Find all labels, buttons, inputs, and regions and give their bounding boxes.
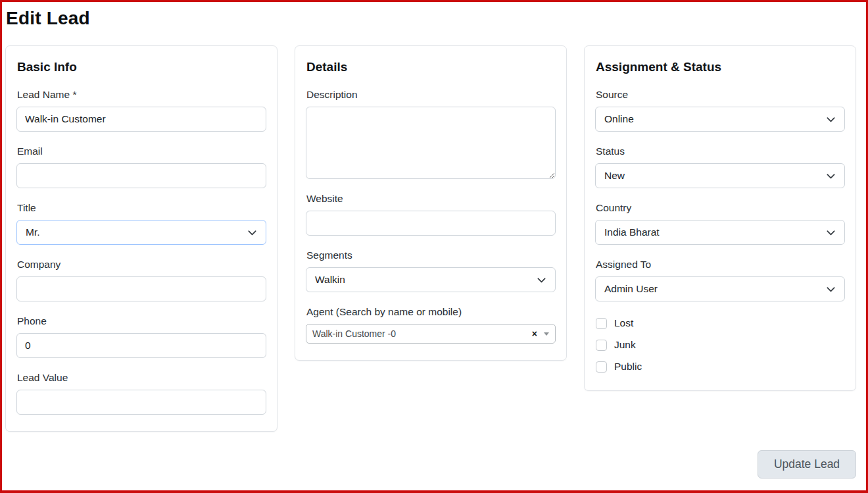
agent-selected-value: Walk-in Customer -0 bbox=[312, 328, 532, 339]
lead-name-field-group: Lead Name * bbox=[16, 89, 266, 132]
details-heading: Details bbox=[306, 60, 556, 74]
assigned-to-select[interactable]: Admin User bbox=[595, 276, 845, 301]
lead-name-label: Lead Name * bbox=[17, 89, 266, 101]
clear-icon[interactable]: × bbox=[532, 329, 537, 338]
page-title: Edit Lead bbox=[6, 8, 866, 29]
details-card: Details Description Website Segments Wal… bbox=[295, 45, 567, 361]
assignment-status-card: Assignment & Status Source Online Status… bbox=[584, 45, 856, 391]
source-select-value: Online bbox=[604, 113, 634, 125]
source-field-group: Source Online bbox=[595, 89, 845, 132]
email-label: Email bbox=[17, 145, 266, 157]
title-label: Title bbox=[17, 202, 266, 214]
status-field-group: Status New bbox=[595, 145, 845, 188]
segments-select[interactable]: Walkin bbox=[306, 267, 556, 292]
description-label: Description bbox=[306, 89, 556, 101]
form-cards-row: Basic Info Lead Name * Email Title Mr. C… bbox=[5, 45, 866, 432]
email-field-group: Email bbox=[16, 145, 266, 188]
country-field-group: Country India Bharat bbox=[595, 202, 845, 245]
lead-name-input[interactable] bbox=[16, 107, 266, 132]
website-label: Website bbox=[306, 193, 556, 205]
description-textarea[interactable] bbox=[306, 107, 556, 179]
country-label: Country bbox=[596, 202, 845, 214]
lost-checkbox-label: Lost bbox=[614, 317, 633, 329]
agent-search-select[interactable]: Walk-in Customer -0 × bbox=[306, 324, 556, 344]
country-select[interactable]: India Bharat bbox=[595, 220, 845, 245]
phone-field-group: Phone bbox=[16, 315, 266, 358]
assignment-status-heading: Assignment & Status bbox=[596, 60, 845, 74]
title-field-group: Title Mr. bbox=[16, 202, 266, 245]
country-select-value: India Bharat bbox=[604, 226, 660, 238]
dropdown-arrow-icon[interactable] bbox=[544, 332, 549, 336]
chevron-down-icon bbox=[826, 228, 836, 238]
phone-input[interactable] bbox=[16, 333, 266, 358]
company-field-group: Company bbox=[16, 259, 266, 301]
lost-checkbox-row: Lost bbox=[596, 317, 845, 329]
footer-bar: Update Lead bbox=[2, 450, 856, 479]
lead-value-label: Lead Value bbox=[17, 372, 266, 384]
agent-field-group: Agent (Search by name or mobile) Walk-in… bbox=[306, 306, 556, 344]
lead-value-field-group: Lead Value bbox=[16, 372, 266, 415]
lead-value-input[interactable] bbox=[16, 390, 266, 415]
segments-field-group: Segments Walkin bbox=[306, 249, 556, 292]
junk-checkbox[interactable] bbox=[596, 340, 607, 351]
company-input[interactable] bbox=[16, 276, 266, 301]
basic-info-card: Basic Info Lead Name * Email Title Mr. C… bbox=[5, 45, 277, 432]
segments-label: Segments bbox=[306, 249, 556, 261]
chevron-down-icon bbox=[247, 228, 257, 238]
public-checkbox-row: Public bbox=[596, 361, 845, 373]
email-input[interactable] bbox=[16, 163, 266, 188]
junk-checkbox-row: Junk bbox=[596, 339, 845, 351]
chevron-down-icon bbox=[826, 171, 836, 181]
junk-checkbox-label: Junk bbox=[614, 339, 636, 351]
chevron-down-icon bbox=[537, 275, 546, 285]
description-field-group: Description bbox=[306, 89, 556, 179]
website-field-group: Website bbox=[306, 193, 556, 236]
public-checkbox[interactable] bbox=[596, 361, 607, 373]
segments-select-value: Walkin bbox=[315, 274, 345, 286]
basic-info-heading: Basic Info bbox=[17, 60, 266, 74]
agent-label: Agent (Search by name or mobile) bbox=[306, 306, 556, 318]
status-select[interactable]: New bbox=[595, 163, 845, 188]
website-input[interactable] bbox=[306, 211, 556, 236]
chevron-down-icon bbox=[826, 115, 836, 124]
status-label: Status bbox=[596, 145, 845, 157]
assigned-to-field-group: Assigned To Admin User bbox=[595, 259, 845, 301]
company-label: Company bbox=[17, 259, 266, 271]
chevron-down-icon bbox=[826, 284, 836, 294]
status-select-value: New bbox=[604, 170, 625, 182]
source-select[interactable]: Online bbox=[595, 107, 845, 132]
title-select[interactable]: Mr. bbox=[16, 220, 266, 245]
public-checkbox-label: Public bbox=[614, 361, 642, 373]
source-label: Source bbox=[596, 89, 845, 101]
update-lead-button[interactable]: Update Lead bbox=[758, 450, 856, 479]
assigned-to-select-value: Admin User bbox=[604, 283, 658, 295]
phone-label: Phone bbox=[17, 315, 266, 327]
lost-checkbox[interactable] bbox=[596, 318, 607, 329]
assigned-to-label: Assigned To bbox=[596, 259, 845, 271]
title-select-value: Mr. bbox=[26, 226, 40, 238]
